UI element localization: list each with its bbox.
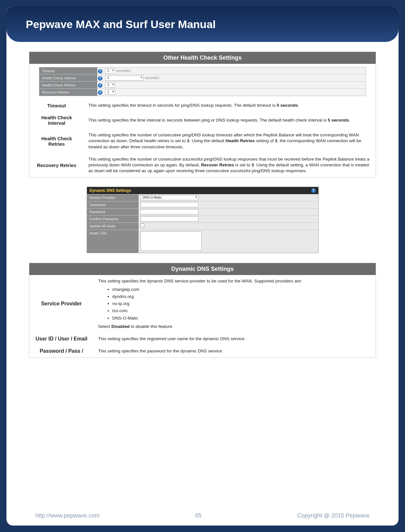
ddns-input: DNS-O-Matic: [139, 194, 318, 201]
desc-text: This setting specifies the timeout in se…: [84, 99, 376, 112]
desc-label: User ID / User / Email: [29, 333, 94, 345]
cfg-row-recovery: Recovery Retries ? 3: [39, 89, 366, 96]
help-cell: ?: [97, 68, 103, 74]
cfg-input: 5 second(s): [103, 68, 366, 74]
desc-text: This setting specifies the dynamic DNS s…: [94, 275, 376, 333]
timeout-select[interactable]: 5: [105, 68, 115, 74]
ddns-row-provider: Service Provider DNS-O-Matic: [87, 194, 318, 201]
desc-row-timeout: Timeout This setting specifies the timeo…: [29, 99, 376, 112]
ddns-label: Service Provider: [87, 194, 139, 201]
desc-label: Recovery Retries: [29, 153, 84, 177]
config-box: Timeout ? 5 second(s) Health Check Inter…: [39, 67, 366, 96]
ddns-label: Update All Hosts: [87, 223, 139, 230]
desc-label: Password / Pass /: [29, 345, 94, 358]
username-input[interactable]: [140, 202, 198, 207]
health-check-heading: Other Health Check Settings: [29, 52, 376, 64]
list-item: dyndns.org: [112, 293, 371, 300]
desc-row-retries: Health Check Retries This setting specif…: [29, 129, 376, 153]
header-band: Pepwave MAX and Surf User Manual: [6, 6, 399, 42]
content: Other Health Check Settings Timeout ? 5 …: [6, 42, 399, 358]
recovery-select[interactable]: 3: [105, 90, 115, 95]
health-check-table: Other Health Check Settings Timeout ? 5 …: [29, 52, 376, 178]
ddns-input: [139, 216, 318, 222]
desc-label: Health Check Retries: [29, 129, 84, 153]
page-footer: http://www.pepwave.com 65 Copyright @ 20…: [6, 512, 399, 519]
provider-select[interactable]: DNS-O-Matic: [140, 195, 198, 200]
desc-text: This setting specifies the number of con…: [84, 129, 376, 153]
ddns-config-panel: Dynamic DNS Settings ? Service Provider …: [87, 187, 319, 253]
help-icon[interactable]: ?: [98, 83, 102, 88]
ddns-row-confirm: Confirm Password: [87, 215, 318, 222]
password-input[interactable]: [140, 209, 198, 214]
ddns-row-hosts: Hosts / IDs: [87, 230, 318, 253]
help-cell: ?: [97, 90, 103, 95]
desc-row-interval: Health Check Interval This setting speci…: [29, 112, 376, 129]
retries-select[interactable]: 3: [105, 83, 115, 88]
desc-text: This setting specifies the password for …: [94, 345, 376, 358]
ddns-panel-title: Dynamic DNS Settings ?: [87, 187, 318, 194]
desc-text: This setting specifies the number of con…: [84, 153, 376, 177]
cfg-row-retries: Health Check Retries ? 3: [39, 82, 366, 89]
desc-text: This setting specifies the registered us…: [94, 333, 376, 345]
page-title: Pepwave MAX and Surf User Manual: [26, 18, 216, 31]
help-icon[interactable]: ?: [311, 188, 316, 193]
ddns-label: Confirm Password: [87, 216, 139, 222]
ddns-label: Username: [87, 202, 139, 208]
cfg-row-interval: Health Check Interval ? 5 second(s): [39, 74, 366, 82]
ddns-input: [139, 209, 318, 215]
help-icon[interactable]: ?: [98, 90, 102, 95]
desc-row-recovery: Recovery Retries This setting specifies …: [29, 153, 376, 177]
cfg-label: Health Check Interval: [39, 74, 97, 81]
desc-label: Health Check Interval: [29, 112, 84, 129]
ddns-label: Password: [87, 209, 139, 215]
footer-url: http://www.pepwave.com: [35, 512, 100, 519]
page: Pepwave MAX and Surf User Manual Other H…: [6, 6, 399, 526]
desc-label: Service Provider: [29, 275, 94, 333]
desc-text: This setting specifies the time interval…: [84, 112, 376, 129]
unit-label: second(s): [145, 76, 159, 80]
desc-row-user: User ID / User / Email This setting spec…: [29, 333, 376, 345]
cfg-row-timeout: Timeout ? 5 second(s): [39, 67, 366, 74]
help-cell: ?: [97, 82, 103, 88]
desc-row-provider: Service Provider This setting specifies …: [29, 275, 376, 333]
page-number: 65: [100, 512, 297, 519]
desc-row-password: Password / Pass / This setting specifies…: [29, 345, 376, 358]
ddns-input: [139, 230, 318, 253]
ddns-row-username: Username: [87, 201, 318, 208]
help-icon[interactable]: ?: [98, 76, 102, 81]
ddns-label: Hosts / IDs: [87, 230, 139, 253]
footer-copyright: Copyright @ 2015 Pepwave: [297, 512, 370, 519]
cfg-input: 3: [103, 89, 366, 95]
cfg-label: Recovery Retries: [39, 89, 97, 96]
ddns-row-password: Password: [87, 208, 318, 215]
help-icon[interactable]: ?: [98, 69, 102, 74]
provider-list: changeip.com dyndns.org no-ip.org tzo.co…: [112, 286, 371, 322]
interval-select[interactable]: 5: [105, 75, 144, 81]
hosts-textarea[interactable]: [140, 232, 202, 251]
ddns-input: [139, 223, 318, 230]
list-item: tzo.com: [112, 307, 371, 314]
cfg-label: Timeout: [39, 67, 97, 74]
list-item: no-ip.org: [112, 300, 371, 307]
ddns-desc-heading: Dynamic DNS Settings: [29, 263, 376, 275]
help-cell: ?: [97, 75, 103, 81]
confirm-password-input[interactable]: [140, 216, 198, 222]
ddns-input: [139, 202, 318, 208]
unit-label: second(s): [117, 69, 131, 73]
update-all-hosts-checkbox[interactable]: [140, 223, 144, 227]
desc-label: Timeout: [29, 99, 84, 112]
cfg-input: 5 second(s): [103, 75, 366, 81]
health-check-config-panel: Timeout ? 5 second(s) Health Check Inter…: [29, 64, 376, 99]
list-item: changeip.com: [112, 286, 371, 293]
cfg-input: 3: [103, 82, 366, 88]
list-item: DNS-O-Matic: [112, 315, 371, 322]
ddns-row-update: Update All Hosts: [87, 222, 318, 230]
ddns-desc-table: Dynamic DNS Settings Service Provider Th…: [29, 263, 376, 358]
cfg-label: Health Check Retries: [39, 82, 97, 88]
